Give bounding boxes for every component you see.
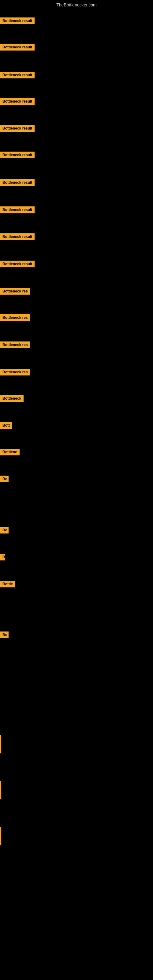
badge-container-8: Bottleneck result — [0, 207, 35, 215]
badge-container-3: Bottleneck result — [0, 72, 35, 80]
badge-container-12: Bottleneck res — [0, 314, 30, 322]
site-title: TheBottlenecker.com — [0, 0, 153, 10]
badge-container-19: Bo — [0, 527, 9, 535]
bottleneck-badge-11[interactable]: Bottleneck res — [0, 288, 30, 294]
bottleneck-badge-7[interactable]: Bottleneck result — [0, 179, 35, 186]
badge-container-7: Bottleneck result — [0, 179, 35, 187]
bottleneck-badge-2[interactable]: Bottleneck result — [0, 44, 35, 51]
bottleneck-badge-10[interactable]: Bottleneck result — [0, 261, 35, 267]
badge-container-22: Bo — [0, 632, 9, 640]
badge-container-2: Bottleneck result — [0, 44, 35, 52]
badge-container-14: Bottleneck res — [0, 369, 30, 377]
bottleneck-badge-21[interactable]: Bottle — [0, 581, 15, 587]
vertical-bar-3 — [0, 827, 1, 845]
badge-container-15: Bottleneck — [0, 395, 24, 403]
bottleneck-badge-5[interactable]: Bottleneck result — [0, 125, 35, 132]
bottleneck-badge-4[interactable]: Bottleneck result — [0, 98, 35, 105]
badge-container-9: Bottleneck result — [0, 233, 35, 241]
bottleneck-badge-15[interactable]: Bottleneck — [0, 395, 24, 402]
vertical-bar-1 — [0, 735, 1, 753]
bottleneck-badge-6[interactable]: Bottleneck result — [0, 151, 35, 158]
bottleneck-badge-12[interactable]: Bottleneck res — [0, 314, 30, 321]
bottleneck-badge-17[interactable]: Bottlene — [0, 449, 19, 455]
badge-container-21: Bottle — [0, 581, 15, 589]
bottleneck-badge-19[interactable]: Bo — [0, 527, 9, 533]
bottleneck-badge-3[interactable]: Bottleneck result — [0, 72, 35, 78]
vertical-bar-2 — [0, 781, 1, 799]
bottleneck-badge-13[interactable]: Bottleneck res — [0, 342, 30, 348]
badge-container-6: Bottleneck result — [0, 151, 35, 159]
badge-container-18: Bo — [0, 476, 9, 484]
bottleneck-badge-1[interactable]: Bottleneck result — [0, 18, 35, 24]
badge-container-13: Bottleneck res — [0, 342, 30, 350]
badge-container-5: Bottleneck result — [0, 125, 35, 133]
badge-container-1: Bottleneck result — [0, 18, 35, 25]
bottleneck-badge-14[interactable]: Bottleneck res — [0, 369, 30, 375]
bottleneck-badge-8[interactable]: Bottleneck result — [0, 207, 35, 213]
badge-container-16: Bott — [0, 422, 12, 430]
badge-container-17: Bottlene — [0, 449, 19, 457]
bottleneck-badge-9[interactable]: Bottleneck result — [0, 233, 35, 240]
bottleneck-badge-16[interactable]: Bott — [0, 422, 12, 429]
bottleneck-badge-22[interactable]: Bo — [0, 632, 9, 638]
badge-container-10: Bottleneck result — [0, 261, 35, 269]
bottleneck-badge-20[interactable]: B — [0, 554, 5, 560]
badge-container-4: Bottleneck result — [0, 98, 35, 106]
bottleneck-badge-18[interactable]: Bo — [0, 476, 9, 482]
badge-container-11: Bottleneck res — [0, 288, 30, 296]
badge-container-20: B — [0, 554, 5, 562]
